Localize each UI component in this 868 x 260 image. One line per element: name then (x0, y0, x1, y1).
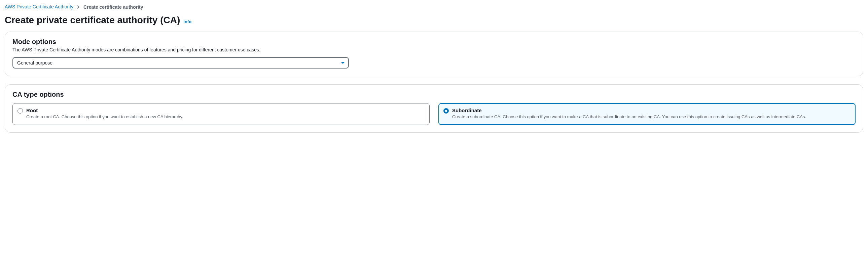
mode-options-title: Mode options (12, 38, 856, 46)
page-header: Create private certificate authority (CA… (5, 15, 863, 26)
ca-type-panel: CA type options Root Create a root CA. C… (5, 84, 863, 133)
ca-type-radio-group: Root Create a root CA. Choose this optio… (12, 103, 856, 125)
ca-type-option-label: Root (26, 108, 425, 113)
ca-type-option-subordinate[interactable]: Subordinate Create a subordinate CA. Cho… (438, 103, 856, 125)
mode-select[interactable]: General-purpose (12, 57, 349, 69)
mode-options-description: The AWS Private Certificate Authority mo… (12, 47, 856, 52)
breadcrumb-parent-link[interactable]: AWS Private Certificate Authority (5, 4, 73, 10)
ca-type-option-description: Create a root CA. Choose this option if … (26, 114, 425, 120)
info-link[interactable]: Info (183, 19, 191, 24)
ca-type-option-label: Subordinate (452, 108, 850, 113)
ca-type-option-description: Create a subordinate CA. Choose this opt… (452, 114, 850, 120)
breadcrumb-current: Create certificate authority (84, 4, 143, 10)
ca-type-option-root[interactable]: Root Create a root CA. Choose this optio… (12, 103, 430, 125)
mode-select-value: General-purpose (17, 60, 53, 66)
radio-icon (443, 108, 449, 114)
radio-icon (18, 108, 23, 114)
ca-type-title: CA type options (12, 91, 856, 99)
breadcrumb: AWS Private Certificate Authority Create… (5, 4, 863, 10)
page-title: Create private certificate authority (CA… (5, 15, 180, 26)
chevron-right-icon (77, 4, 80, 10)
mode-options-panel: Mode options The AWS Private Certificate… (5, 32, 863, 76)
